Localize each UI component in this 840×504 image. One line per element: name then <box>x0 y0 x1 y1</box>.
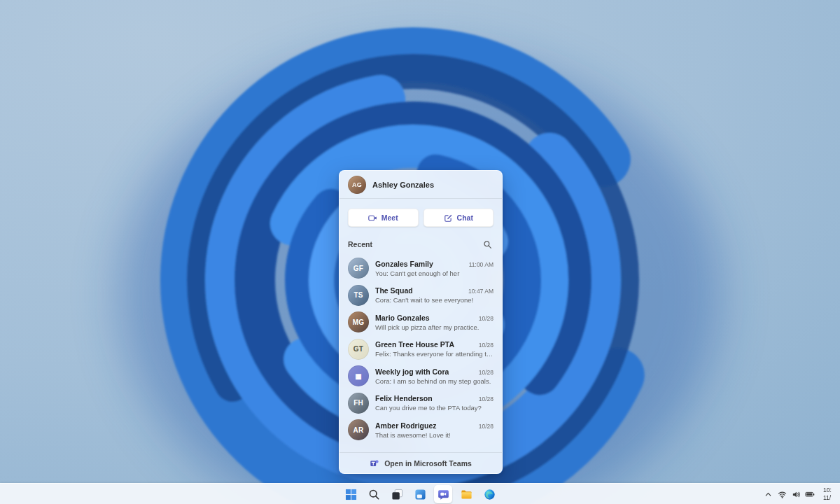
open-in-teams-label: Open in Microsoft Teams <box>384 459 472 468</box>
chat-timestamp: 10/28 <box>479 396 493 402</box>
chat-preview: Can you drive me to the PTA today? <box>375 404 493 412</box>
chat-avatar: FH <box>348 393 369 414</box>
chat-list-item[interactable]: ▦ Weekly jog with Cora 10/28 Cora: I am … <box>340 363 502 390</box>
flyout-actions: Meet Chat <box>340 199 502 227</box>
edge-button[interactable] <box>480 485 498 503</box>
chat-timestamp: 10:47 AM <box>468 288 493 295</box>
flyout-header: AG Ashley Gonzales <box>340 171 502 199</box>
chat-texts: The Squad 10:47 AM Cora: Can't wait to s… <box>375 286 493 304</box>
chat-timestamp: 10/28 <box>479 423 493 430</box>
user-avatar[interactable]: AG <box>348 176 366 194</box>
clock-time: 10: <box>823 486 840 494</box>
chat-name: Weekly jog with Cora <box>375 368 449 376</box>
chat-name: Green Tree House PTA <box>375 340 454 349</box>
chat-preview: Felix: Thanks everyone for attending tod… <box>375 350 493 358</box>
meet-button-label: Meet <box>382 214 398 222</box>
chat-texts: Felix Henderson 10/28 Can you drive me t… <box>375 394 493 412</box>
chat-timestamp: 10/28 <box>479 342 493 349</box>
chat-taskbar-button[interactable] <box>434 485 452 503</box>
video-camera-icon <box>368 214 377 223</box>
widgets-icon <box>414 489 426 500</box>
chat-list-item[interactable]: GT Green Tree House PTA 10/28 Felix: Tha… <box>340 336 502 363</box>
chat-texts: Mario Gonzales 10/28 Will pick up pizza … <box>375 314 493 331</box>
chat-name: Amber Rodriguez <box>375 421 437 430</box>
meet-button[interactable]: Meet <box>348 209 419 227</box>
chat-name: Gonzales Family <box>375 260 433 268</box>
chat-name: Mario Gonzales <box>375 314 430 322</box>
chat-list-item[interactable]: AR Amber Rodriguez 10/28 That is awesome… <box>340 416 502 444</box>
chat-list-item[interactable]: GF Gonzales Family 11:00 AM You: Can't g… <box>340 255 502 282</box>
chat-texts: Weekly jog with Cora 10/28 Cora: I am so… <box>375 368 493 385</box>
chat-preview: Cora: Can't wait to see everyone! <box>375 296 493 304</box>
chat-avatar: AR <box>348 419 369 440</box>
chat-list-item[interactable]: FH Felix Henderson 10/28 Can you drive m… <box>340 390 502 417</box>
battery-icon[interactable] <box>804 486 816 502</box>
chat-list-item[interactable]: TS The Squad 10:47 AM Cora: Can't wait t… <box>340 282 502 309</box>
chat-list-item[interactable]: MG Mario Gonzales 10/28 Will pick up piz… <box>340 309 502 336</box>
file-explorer-icon <box>461 489 472 500</box>
search-icon[interactable] <box>481 238 493 251</box>
chat-timestamp: 10/28 <box>479 315 493 322</box>
compose-icon <box>444 214 453 223</box>
chat-avatar: GF <box>348 258 369 279</box>
teams-chat-icon <box>438 489 449 500</box>
taskbar: 10: 11/ <box>0 483 840 504</box>
chat-preview: That is awesome! Love it! <box>375 431 493 439</box>
recent-label: Recent <box>348 240 372 248</box>
volume-icon[interactable] <box>790 486 802 502</box>
task-view-button[interactable] <box>388 485 406 503</box>
chat-texts: Green Tree House PTA 10/28 Felix: Thanks… <box>375 340 493 358</box>
clock-date: 11/ <box>823 494 840 502</box>
user-avatar-initials: AG <box>352 181 362 188</box>
chevron-up-icon <box>764 491 772 498</box>
chat-texts: Amber Rodriguez 10/28 That is awesome! L… <box>375 421 493 439</box>
taskbar-center-icons <box>342 484 498 504</box>
teams-chat-flyout: AG Ashley Gonzales Meet Chat Recent <box>339 170 503 474</box>
recent-row: Recent <box>340 227 502 255</box>
chat-button-label: Chat <box>457 214 473 222</box>
chat-preview: Will pick up pizza after my practice. <box>375 323 493 331</box>
network-icon[interactable] <box>776 486 788 502</box>
chat-name: Felix Henderson <box>375 394 433 402</box>
user-name: Ashley Gonzales <box>372 181 434 189</box>
search-button[interactable] <box>365 485 383 503</box>
desktop: AG Ashley Gonzales Meet Chat Recent <box>0 0 840 504</box>
chat-texts: Gonzales Family 11:00 AM You: Can't get … <box>375 260 493 277</box>
chat-avatar: ▦ <box>348 365 369 386</box>
open-in-teams-button[interactable]: Open in Microsoft Teams <box>340 452 502 473</box>
chat-list: GF Gonzales Family 11:00 AM You: Can't g… <box>340 255 502 452</box>
system-tray <box>762 484 816 504</box>
chat-button[interactable]: Chat <box>424 209 494 227</box>
chat-preview: You: Can't get enough of her <box>375 270 493 277</box>
task-view-icon <box>391 489 403 500</box>
widgets-button[interactable] <box>411 485 429 503</box>
chat-name: The Squad <box>375 286 413 295</box>
hidden-icons-chevron[interactable] <box>762 486 774 502</box>
chat-preview: Cora: I am so behind on my step goals. <box>375 377 493 385</box>
edge-icon <box>484 489 496 500</box>
start-button[interactable] <box>342 485 360 503</box>
chat-timestamp: 11:00 AM <box>469 261 493 268</box>
taskbar-clock[interactable]: 10: 11/ <box>823 484 840 504</box>
chat-timestamp: 10/28 <box>479 369 493 376</box>
chat-avatar: GT <box>348 339 369 360</box>
chat-avatar: MG <box>348 312 369 332</box>
search-taskbar-icon <box>368 489 380 500</box>
teams-logo-icon <box>370 458 379 468</box>
file-explorer-button[interactable] <box>457 485 475 503</box>
windows-logo-icon <box>345 489 357 500</box>
chat-avatar: TS <box>348 285 369 306</box>
